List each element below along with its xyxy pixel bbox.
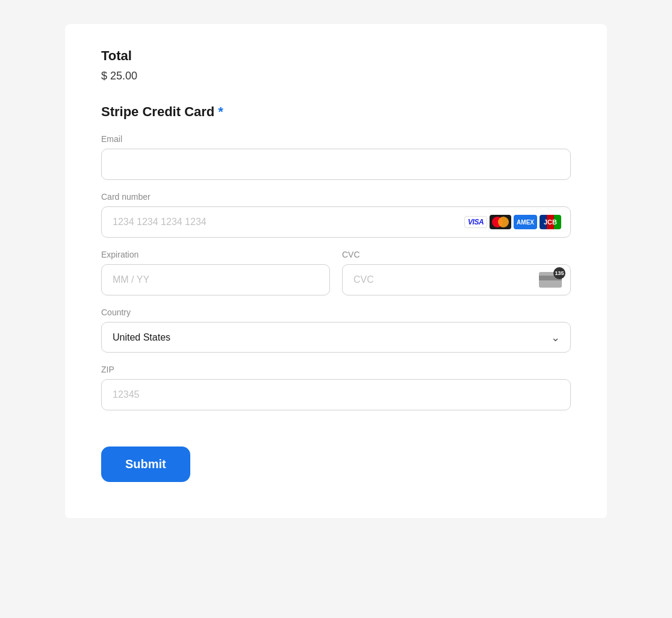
- visa-icon: VISA: [464, 216, 487, 228]
- email-field-group: Email: [101, 134, 571, 180]
- jcb-icon: JCB: [540, 215, 561, 229]
- country-field-group: Country United States Canada United King…: [101, 307, 571, 353]
- expiration-label: Expiration: [101, 250, 330, 259]
- total-label: Total: [101, 48, 571, 64]
- zip-label: ZIP: [101, 365, 571, 374]
- cvc-field-group: CVC 135: [342, 250, 571, 295]
- required-star: *: [218, 104, 223, 120]
- expiration-input[interactable]: [101, 264, 330, 295]
- country-select-wrapper: United States Canada United Kingdom Aust…: [101, 322, 571, 353]
- cvc-badge: 135: [553, 267, 565, 279]
- expiry-cvc-row: Expiration CVC 135: [101, 250, 571, 307]
- payment-form-container: Total $ 25.00 Stripe Credit Card * Email…: [65, 24, 607, 518]
- card-number-label: Card number: [101, 192, 571, 202]
- submit-button[interactable]: Submit: [101, 447, 190, 482]
- country-select[interactable]: United States Canada United Kingdom Aust…: [101, 322, 571, 353]
- total-amount: $ 25.00: [101, 70, 571, 82]
- zip-input[interactable]: [101, 379, 571, 410]
- amex-icon: AMEX: [514, 215, 537, 229]
- cvc-label: CVC: [342, 250, 571, 259]
- cvc-card-icon: 135: [537, 271, 564, 289]
- cvc-card-shape: 135: [539, 272, 562, 288]
- expiration-field-group: Expiration: [101, 250, 330, 295]
- zip-field-group: ZIP: [101, 365, 571, 410]
- email-label: Email: [101, 134, 571, 144]
- email-input[interactable]: [101, 149, 571, 180]
- card-number-field-group: Card number VISA AMEX JCB: [101, 192, 571, 238]
- card-number-wrapper: VISA AMEX JCB: [101, 206, 571, 238]
- section-title: Stripe Credit Card *: [101, 104, 571, 120]
- cvc-wrapper: 135: [342, 264, 571, 295]
- country-label: Country: [101, 307, 571, 317]
- mastercard-icon: [490, 215, 511, 229]
- card-icons: VISA AMEX JCB: [464, 215, 561, 229]
- cvc-input[interactable]: [342, 264, 571, 295]
